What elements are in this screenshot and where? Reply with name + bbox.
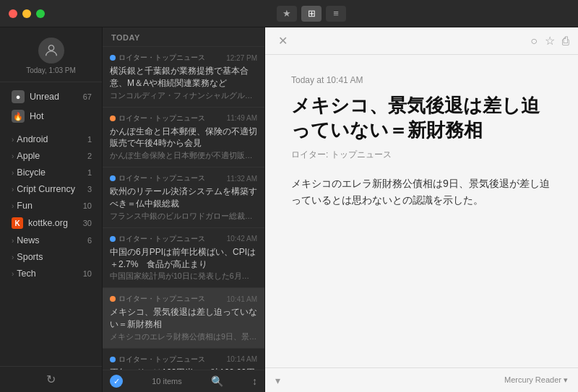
article-time: 12:27 PM (226, 54, 257, 62)
list-view-button[interactable]: ≡ (326, 6, 346, 22)
article-dot (110, 236, 116, 242)
article-title: 横浜銀と千葉銀が業務提携で基本合意、M＆Aや相続関連業務など (110, 65, 257, 90)
article-excerpt: フランス中銀のビルロワドガロー総裁は9日、欧州... (110, 212, 257, 222)
article-excerpt: メキシコのエレラ財務公債相は9日、景気後退が... (110, 332, 257, 342)
sidebar-item-cript-currency[interactable]: › Cript Currency 3 (3, 181, 99, 197)
sidebar-item-count: 30 (83, 219, 92, 227)
close-button[interactable] (9, 9, 17, 18)
chevron-right-icon: › (12, 253, 14, 261)
article-source: ロイター・トップニュース (118, 113, 224, 123)
article-item[interactable]: ロイター・トップニュース 10:42 AM 中国の6月PPIは前年比横ばい、CP… (103, 228, 264, 289)
reader-mode-label[interactable]: Mercury Reader ▾ (504, 375, 568, 385)
article-dot (110, 116, 116, 121)
refresh-icon[interactable]: ↻ (46, 373, 56, 386)
hot-icon: 🔥 (12, 110, 25, 123)
chevron-right-icon: › (12, 186, 14, 193)
reader-close-button[interactable]: ✕ (274, 32, 291, 50)
article-time: 10:14 AM (227, 355, 257, 363)
star-filter-button[interactable]: ★ (277, 6, 297, 22)
article-items: ロイター・トップニュース 12:27 PM 横浜銀と千葉銀が業務提携で基本合意、… (103, 47, 264, 370)
article-item[interactable]: ロイター・トップニュース 10:41 AM メキシコ、景気後退は差し迫っていない… (103, 288, 264, 349)
sidebar-item-bicycle[interactable]: › Bicycle 1 (3, 165, 99, 180)
article-title: メキシコ、景気後退は差し迫っていない＝新財務相 (110, 306, 257, 331)
sidebar-item-count: 67 (83, 92, 92, 101)
sidebar-item-label: News (17, 235, 85, 245)
reader-footer: ▾ Mercury Reader ▾ (265, 367, 578, 392)
sidebar-item-tech[interactable]: › Tech 10 (3, 266, 99, 282)
reader-date: Today at 10:41 AM (291, 75, 552, 85)
sidebar-item-apple[interactable]: › Apple 2 (3, 148, 99, 164)
sidebar-item-label: Fun (17, 201, 79, 211)
sidebar-item-count: 3 (87, 185, 92, 193)
article-dot (110, 296, 116, 302)
reader-actions: ○ ☆ ⎙ (530, 34, 569, 48)
sidebar-item-count: 10 (83, 269, 92, 278)
minimize-button[interactable] (22, 9, 31, 18)
profile-time: Today, 1:03 PM (26, 66, 76, 74)
sidebar-item-count: 1 (87, 135, 92, 144)
sidebar-item-unread[interactable]: ● Unread 67 (3, 87, 99, 106)
article-item[interactable]: ロイター・トップニュース 10:14 AM 正午のドルは108円半、一時108.… (103, 349, 264, 370)
article-item[interactable]: ロイター・トップニュース 12:27 PM 横浜銀と千葉銀が業務提携で基本合意、… (103, 47, 264, 108)
title-bar: ★ ⊞ ≡ (0, 0, 578, 27)
search-icon[interactable]: 🔍 (211, 375, 223, 387)
reader-pane: ✕ ○ ☆ ⎙ Today at 10:41 AM メキシコ、景気後退は差し迫っ… (265, 27, 578, 392)
article-item[interactable]: ロイター・トップニュース 11:32 AM 欧州のリテール決済システムを構築すべ… (103, 167, 264, 228)
article-excerpt: かんぽ生命保険と日本郵便が不適切販売問題で10... (110, 151, 257, 161)
sidebar-item-label: Bicycle (17, 167, 85, 178)
reader-content: Today at 10:41 AM メキシコ、景気後退は差し迫っていない＝新財務… (265, 55, 578, 367)
sidebar-item-hot[interactable]: 🔥 Hot (3, 107, 99, 126)
article-excerpt: 中国国家統計局が10日に発表した6月の生産者物... (110, 271, 257, 282)
article-list: TODAY ロイター・トップニュース 12:27 PM 横浜銀と千葉銀が業務提携… (103, 27, 265, 392)
chevron-right-icon: › (12, 169, 14, 177)
reader-share-button[interactable]: ⎙ (562, 35, 569, 48)
maximize-button[interactable] (36, 9, 45, 18)
sidebar-item-kottke[interactable]: K kottke.org 30 (3, 214, 99, 232)
sidebar-item-sports[interactable]: › Sports (3, 249, 99, 265)
sidebar-item-label: Android (17, 134, 85, 144)
profile-icon[interactable] (38, 38, 64, 64)
toolbar: ★ ⊞ ≡ (53, 6, 569, 22)
reader-circle-button[interactable]: ○ (530, 35, 538, 48)
article-source: ロイター・トップニュース (118, 294, 224, 304)
chevron-right-icon: › (12, 270, 14, 278)
article-time: 10:41 AM (227, 295, 257, 303)
article-time: 10:42 AM (227, 235, 257, 243)
sidebar-item-news[interactable]: › News 6 (3, 232, 99, 248)
article-count: 10 items (152, 377, 182, 386)
kottke-icon: K (12, 217, 23, 229)
sidebar-item-count: 6 (87, 236, 92, 245)
window-controls (9, 9, 45, 18)
mark-read-button[interactable]: ✓ (110, 375, 123, 388)
reader-star-button[interactable]: ☆ (545, 34, 555, 48)
chevron-right-icon: › (12, 237, 14, 245)
sidebar-item-count: 1 (87, 168, 92, 177)
sidebar-nav: ● Unread 67 🔥 Hot › Android 1 › Apple (0, 82, 102, 366)
sort-icon[interactable]: ↕ (252, 375, 257, 387)
chevron-right-icon: › (12, 202, 14, 210)
scroll-down-icon[interactable]: ▾ (275, 375, 280, 386)
sidebar-profile: Today, 1:03 PM (0, 27, 102, 82)
sidebar-item-fun[interactable]: › Fun 10 (3, 198, 99, 214)
article-item[interactable]: ロイター・トップニュース 11:49 AM かんぽ生命と日本郵便、保険の不適切販… (103, 108, 264, 168)
article-title: 中国の6月PPIは前年比横ばい、CPIは＋2.7% 食品が高止まり (110, 246, 257, 271)
main-content: Today, 1:03 PM ● Unread 67 🔥 Hot › Andro… (0, 27, 578, 392)
reader-title: メキシコ、景気後退は差し迫っていない＝新財務相 (291, 94, 552, 143)
grid-view-button[interactable]: ⊞ (301, 6, 322, 22)
article-dot (110, 357, 116, 362)
reader-publication: ロイター: トップニュース (291, 149, 552, 161)
sidebar-item-count: 2 (87, 152, 92, 160)
article-dot (110, 175, 116, 181)
sidebar-item-label: Hot (30, 111, 89, 121)
sidebar-item-count: 10 (83, 201, 92, 210)
article-title: 欧州のリテール決済システムを構築すべき＝仏中銀総裁 (110, 186, 257, 210)
chevron-right-icon: › (12, 152, 14, 160)
article-list-header: TODAY (103, 27, 264, 47)
article-dot (110, 55, 116, 61)
article-source: ロイター・トップニュース (118, 173, 224, 183)
chevron-right-icon: › (12, 136, 14, 144)
sidebar-item-label: Tech (17, 269, 79, 279)
sidebar: Today, 1:03 PM ● Unread 67 🔥 Hot › Andro… (0, 27, 103, 392)
sidebar-item-label: Unread (30, 92, 80, 102)
sidebar-item-android[interactable]: › Android 1 (3, 131, 99, 147)
